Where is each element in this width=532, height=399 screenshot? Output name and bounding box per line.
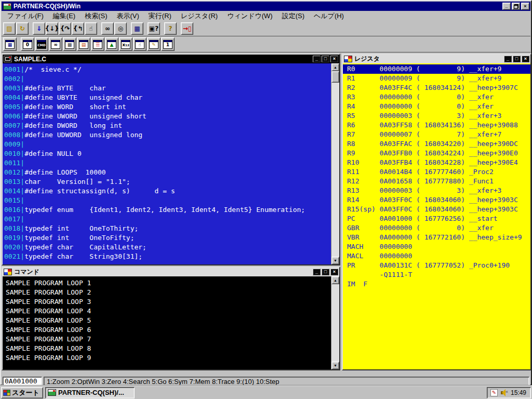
- break-hand-icon: ☝: [89, 25, 92, 32]
- register-row-r12[interactable]: R12 0A001658 ( 167777880) _Func1: [347, 177, 530, 186]
- register-row-r14[interactable]: R14 0A03FF0C ( 168034060) __heep+3903C: [347, 195, 530, 205]
- register-row-pr[interactable]: PR 0A00131C ( 167777052) _Proc0+190: [347, 261, 530, 270]
- edit-window-button[interactable]: ✎: [147, 37, 161, 51]
- register-row-pc[interactable]: PC 0A001000 ( 167776256) __start: [347, 214, 530, 223]
- register-row-r5[interactable]: R5 00000003 ( 3) __xfer+3: [347, 111, 530, 121]
- hand-window-button[interactable]: ☝: [133, 37, 147, 51]
- register-row-r10[interactable]: R10 0A03FFB4 ( 168034228) __heep+390E4: [347, 158, 530, 167]
- source-minimize-button[interactable]: _: [313, 56, 321, 62]
- command-maximize-button[interactable]: □: [322, 269, 329, 275]
- register-row-macl[interactable]: MACL 00000000: [347, 251, 530, 261]
- stack-window-button[interactable]: ☰: [91, 37, 104, 51]
- register-row-r8[interactable]: R8 0A03FFAC ( 168034220) __heep+390DC: [347, 139, 530, 149]
- register-row-r2[interactable]: R2 0A03FF4C ( 168034124) __heep+3907C: [347, 83, 530, 92]
- command-output-line: SAMPLE PROGRAM LOOP 6: [6, 325, 331, 335]
- register-row-im[interactable]: IM F: [347, 280, 530, 289]
- scroll-up-button[interactable]: ▲: [331, 63, 339, 71]
- source-line-0005: 0005|#define WORD short int: [4, 102, 331, 112]
- minimize-button[interactable]: _: [502, 3, 511, 10]
- watch-window-button[interactable]: ∞: [49, 37, 62, 51]
- register-row-r0[interactable]: R0 00000009 ( 9) __xfer+9: [343, 64, 530, 74]
- register-row-r3[interactable]: R3 00000000 ( 0) __xfer: [347, 92, 530, 102]
- bitmap-window-button[interactable]: ▲: [105, 37, 118, 51]
- register-row[interactable]: -Q1111-T: [347, 270, 530, 280]
- register-window-titlebar[interactable]: レジスタ _ □ ×: [343, 55, 530, 63]
- memory-window-button[interactable]: ▩: [63, 37, 76, 51]
- line-code: #define UWORD unsigned short: [24, 112, 147, 120]
- task-app-icon: [48, 389, 56, 396]
- register-row-r4[interactable]: R4 00000000 ( 0) __xfer: [347, 102, 530, 111]
- pen-tray-icon[interactable]: ✎: [490, 389, 498, 396]
- source-scrollbar[interactable]: ▲ ▼: [331, 63, 339, 264]
- restore-button[interactable]: [512, 3, 520, 10]
- register-row-r6[interactable]: R6 0A03FF58 ( 168034136) __heep+39088: [347, 121, 530, 130]
- register-row-r13[interactable]: R13 00000003 ( 3) __xfer+3: [347, 186, 530, 195]
- register-row-r9[interactable]: R9 0A03FFB0 ( 168034224) __heep+390E0: [347, 149, 530, 158]
- line-code: /* sieve.c */: [24, 65, 82, 73]
- step-into-button[interactable]: {↓}: [46, 22, 58, 35]
- exit-button[interactable]: →▯: [181, 22, 193, 35]
- step-return-button[interactable]: {↰: [72, 22, 84, 35]
- io-window-button[interactable]: ▤: [77, 37, 90, 51]
- scroll-track[interactable]: [331, 71, 339, 257]
- source-close-button[interactable]: ×: [330, 56, 338, 62]
- register-row-gbr[interactable]: GBR 00000000 ( 0) __xfer: [347, 223, 530, 233]
- start-button[interactable]: スタート: [1, 387, 43, 398]
- command-scrollbar[interactable]: ▲ ▼: [331, 276, 339, 369]
- menu-file[interactable]: ファイル(F): [3, 10, 48, 22]
- save-config-icon: ▣?: [149, 25, 158, 32]
- open-file-button[interactable]: ▨: [3, 22, 16, 35]
- register-row-r15sp[interactable]: R15(sp) 0A03FF0C ( 168034060) __heep+390…: [347, 205, 530, 214]
- register-maximize-button[interactable]: □: [513, 56, 521, 62]
- scroll-track[interactable]: [331, 284, 339, 362]
- taskbar-task-button[interactable]: PARTNER-CQ(SH)/...: [45, 387, 135, 398]
- register-row-r11[interactable]: R11 0A0014B4 ( 167777460) _Proc2: [347, 167, 530, 177]
- search-magnifier-button[interactable]: ◎: [114, 22, 127, 35]
- register-minimize-button[interactable]: _: [504, 56, 512, 62]
- watch-glasses-button[interactable]: ∞: [101, 22, 114, 35]
- help-button[interactable]: ?: [164, 22, 177, 35]
- menu-settings[interactable]: 設定(S): [277, 10, 309, 22]
- source-line-0007: 0007|#define DWORD long int: [4, 121, 331, 130]
- register-close-button[interactable]: ×: [522, 56, 529, 62]
- break-hand-button[interactable]: ☝: [85, 22, 97, 35]
- register-row-r7[interactable]: R7 00000007 ( 7) __xfer+7: [347, 130, 530, 139]
- trace-button[interactable]: ▦: [131, 22, 143, 35]
- taskbar-clock[interactable]: 15:49: [511, 389, 526, 396]
- menu-run[interactable]: 実行(R): [144, 10, 176, 22]
- main-titlebar[interactable]: PARTNER-CQ(SH)/Win _ ×: [2, 2, 530, 11]
- menu-register[interactable]: レジスタ(R): [176, 10, 222, 22]
- save-config-button[interactable]: ▣?: [148, 22, 160, 35]
- menu-view[interactable]: 表示(V): [112, 10, 144, 22]
- command-window-titlebar[interactable]: コマンド _ □ ×: [3, 268, 339, 276]
- menu-help[interactable]: ヘルプ(H): [309, 10, 349, 22]
- scroll-down-button[interactable]: ▼: [331, 362, 339, 369]
- close-button[interactable]: ×: [521, 3, 529, 10]
- register-row-vbr[interactable]: VBR 0A000000 ( 167772160) __heep_size+9: [347, 233, 530, 242]
- command-window-button[interactable]: CMD: [35, 37, 48, 51]
- source-maximize-button[interactable]: □: [322, 56, 329, 62]
- register-row-mach[interactable]: MACH 00000000: [347, 242, 530, 251]
- window-0-button[interactable]: 0: [21, 37, 34, 51]
- symbol-window-button[interactable]: x₁₂: [119, 37, 132, 51]
- symbol-window-icon: x₁₂: [121, 40, 130, 49]
- mdi-area: SAMPLE.C _ □ × 0001|/* sieve.c */0002|00…: [2, 52, 530, 376]
- window-1-button[interactable]: 1: [161, 37, 175, 51]
- command-close-button[interactable]: ×: [330, 269, 338, 275]
- trace-window-button[interactable]: ▦: [3, 37, 17, 51]
- source-code-area: 0001|/* sieve.c */0002|0003|#define BYTE…: [3, 63, 331, 264]
- volume-icon[interactable]: «: [500, 389, 508, 396]
- source-window-titlebar[interactable]: SAMPLE.C _ □ ×: [3, 55, 339, 63]
- scroll-down-button[interactable]: ▼: [331, 257, 339, 264]
- menu-search[interactable]: 検索(S): [80, 10, 112, 22]
- command-minimize-button[interactable]: _: [313, 269, 321, 275]
- scroll-up-button[interactable]: ▲: [331, 276, 339, 284]
- start-label: スタート: [12, 388, 39, 397]
- load-module-button[interactable]: ⇓: [33, 22, 45, 35]
- step-over-button[interactable]: {↷: [59, 22, 71, 35]
- menu-edit[interactable]: 編集(E): [48, 10, 80, 22]
- scroll-thumb[interactable]: [331, 71, 339, 83]
- menu-window[interactable]: ウィンドウ(W): [222, 10, 277, 22]
- register-row-r1[interactable]: R1 00000009 ( 9) __xfer+9: [347, 74, 530, 83]
- reload-file-button[interactable]: ↻: [16, 22, 29, 35]
